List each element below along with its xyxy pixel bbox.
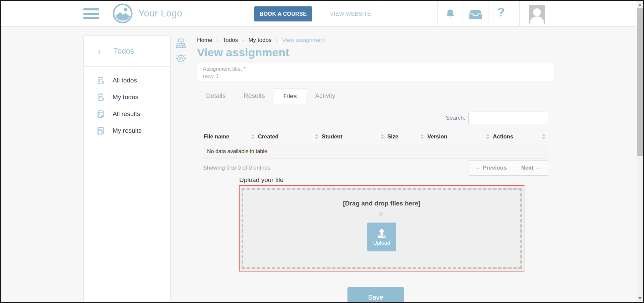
sort-icon [486,134,490,139]
table-empty-message: No data available in table [203,144,548,159]
sidebar-back-header[interactable]: ‹ Todos [84,36,170,67]
sort-icon [315,134,318,139]
breadcrumb-my-todos[interactable]: My todos [248,37,271,44]
assignment-title-value: new 1 [203,72,549,80]
breadcrumb: Home › Todos › My todos › View assignmen… [197,37,554,44]
user-avatar[interactable] [529,5,545,24]
tool-rail [171,36,191,66]
or-text: or [379,210,384,217]
table-footer: Showing 0 to 0 of 0 entries ← Previous N… [203,160,548,176]
sidebar-item-all-results[interactable]: All results [84,106,170,122]
previous-page-button[interactable]: ← Previous [468,160,514,176]
notifications-bell-icon[interactable] [445,8,456,21]
tab-details[interactable]: Details [197,88,235,104]
breadcrumb-todos[interactable]: Todos [223,37,238,44]
inbox-tray-icon[interactable] [468,9,482,21]
logo-image-icon [112,3,133,24]
sidebar-item-label: My results [113,127,142,134]
sidebar: ‹ Todos All todos My todos [83,36,171,302]
tab-activity[interactable]: Activity [306,88,344,104]
save-button[interactable]: Save [347,287,404,303]
browser-viewport: Your Logo BOOK A COURSE VIEW WEBSITE ? [0,0,644,303]
sort-icon [251,134,255,139]
todo-list-icon [96,93,105,102]
sidebar-item-label: All todos [113,77,137,84]
column-header-file-name[interactable]: File name [203,129,257,144]
header-divider [437,1,438,26]
column-header-version[interactable]: Version [427,129,492,144]
help-icon[interactable]: ? [497,5,505,19]
scroll-up-arrow-icon[interactable] [637,1,643,8]
sidebar-item-label: My todos [113,94,138,101]
breadcrumb-home[interactable]: Home [197,37,212,44]
results-document-icon [96,126,105,135]
breadcrumb-separator: › [276,37,277,43]
upload-section-label: Upload your file [239,176,548,184]
column-header-created[interactable]: Created [257,129,321,144]
files-panel: Search: File name Created Student [197,112,554,303]
hamburger-menu-icon[interactable] [83,8,99,19]
chevron-left-icon: ‹ [98,47,101,56]
drag-drop-text: [Drag and drop files here] [343,200,420,207]
sort-icon [421,134,424,139]
scrollbar-thumb[interactable] [637,8,643,156]
gear-icon[interactable] [171,51,191,66]
breadcrumb-current: View assignment [282,37,325,44]
book-a-course-button[interactable]: BOOK A COURSE [254,6,312,21]
main-content: Home › Todos › My todos › View assignmen… [197,37,554,303]
sidebar-items: All todos My todos All results [84,67,170,139]
tab-bar: Details Results Files Activity [197,88,554,104]
breadcrumb-separator: › [216,37,218,43]
entries-status-text: Showing 0 to 0 of 0 entries [203,165,270,171]
column-header-actions[interactable]: Actions [492,129,548,144]
file-dropzone[interactable]: [Drag and drop files here] or Upload [239,185,524,271]
header-divider [519,1,520,26]
sidebar-item-my-results[interactable]: My results [84,122,170,139]
column-header-size[interactable]: Size [387,129,427,144]
scroll-down-arrow-icon[interactable] [637,295,643,302]
vertical-scrollbar[interactable] [637,1,643,302]
app-header: Your Logo BOOK A COURSE VIEW WEBSITE ? [1,1,637,26]
assignment-title-field[interactable]: Assignment title: * new 1 [197,63,554,81]
dropzone-dashed-area: [Drag and drop files here] or Upload [242,188,522,269]
upload-button-label: Upload [373,240,390,246]
sidebar-item-my-todos[interactable]: My todos [84,89,170,106]
todo-list-icon [96,76,105,85]
results-document-icon [96,110,105,118]
search-input[interactable] [468,112,548,124]
breadcrumb-separator: › [242,37,244,43]
table-header-row: File name Created Student Size [203,129,548,144]
next-page-button[interactable]: Next → [514,160,548,176]
pagination: ← Previous Next → [468,160,548,176]
header-divider [463,1,463,26]
search-row: Search: [203,112,548,124]
search-label: Search: [446,115,465,121]
sidebar-item-label: All results [113,110,140,118]
files-table: File name Created Student Size [203,129,548,159]
sidebar-title: Todos [114,47,134,56]
column-header-student[interactable]: Student [321,129,387,144]
tab-results[interactable]: Results [235,88,274,104]
header-divider [489,1,489,26]
sidebar-item-all-todos[interactable]: All todos [84,72,170,89]
sort-icon [381,134,384,139]
upload-arrow-icon [376,228,388,239]
page-title: View assignment [197,45,554,60]
avatar-person-icon [533,8,541,16]
logo-text: Your Logo [138,8,182,19]
tab-files[interactable]: Files [274,88,306,104]
sitemap-icon[interactable] [171,36,191,51]
assignment-title-label: Assignment title: * [203,66,549,72]
app-logo[interactable]: Your Logo [112,3,182,24]
upload-button[interactable]: Upload [367,223,396,251]
view-website-button[interactable]: VIEW WEBSITE [324,6,377,22]
sort-icon [542,134,545,139]
